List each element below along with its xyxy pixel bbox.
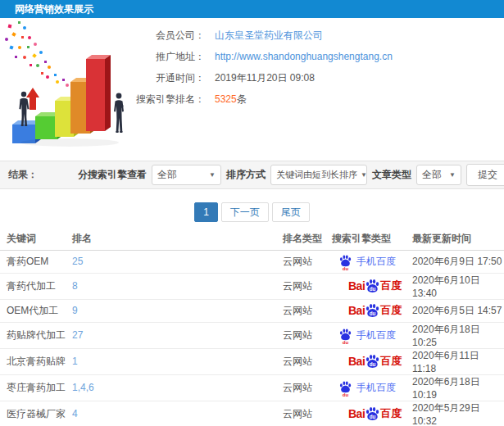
- rank-type-text: 云网站: [283, 256, 312, 267]
- baidu-logo-bai: Bai: [348, 304, 365, 317]
- info-row: 搜索引擎排名： 5325条: [133, 88, 504, 110]
- updated-cell: 2020年6月18日 10:25: [406, 322, 504, 348]
- info-value-link[interactable]: http://www.shandonghuangshengtang.cn: [215, 51, 393, 62]
- column-header: 排名类型: [276, 232, 325, 250]
- baidu-logo: Bai du 百度: [348, 279, 402, 293]
- sort-filter-label: 排序方式: [226, 168, 266, 182]
- engine-select-value: 全部: [157, 168, 177, 182]
- svg-text:du: du: [370, 361, 376, 367]
- chevron-down-icon: ▼: [357, 171, 367, 179]
- keyword-rank-table: 关键词排名排名类型搜索引擎类型最新更新时间 膏药OEM 25 云网站: [0, 232, 504, 426]
- info-label: 会员公司：: [133, 29, 205, 43]
- keyword-text: 膏药代加工: [7, 280, 56, 292]
- baidu-du-mark: du: [343, 266, 348, 271]
- baidu-paw-icon: du: [365, 406, 380, 421]
- column-header: 搜索引擎类型: [325, 232, 406, 250]
- updated-text: 2020年6月11日 11:18: [412, 350, 479, 374]
- table-body: 膏药OEM 25 云网站: [0, 250, 504, 426]
- rank-type-cell: 云网站: [276, 401, 325, 426]
- baidu-paw-icon: du: [365, 279, 380, 293]
- engine-cell: du Bai: [325, 348, 406, 374]
- rank-link[interactable]: 8: [72, 280, 78, 292]
- article-type-label: 文章类型: [372, 168, 411, 182]
- rank-cell: 8: [66, 273, 276, 299]
- page-1-button[interactable]: 1: [194, 202, 218, 222]
- updated-text: 2020年6月18日 10:25: [412, 324, 480, 348]
- keyword-text: 医疗器械厂家: [7, 408, 66, 419]
- rank-cell: 1: [66, 348, 276, 374]
- sort-select-value: 关键词由短到长排序: [276, 169, 357, 181]
- rank-link[interactable]: 25: [72, 256, 83, 267]
- baidu-logo-bai: Bai: [348, 407, 365, 420]
- table-row: 膏药代加工 8 云网站: [0, 273, 504, 299]
- rank-count-suffix: 条: [237, 93, 247, 105]
- rank-link[interactable]: 9: [72, 305, 78, 316]
- chevron-down-icon: ▼: [206, 171, 216, 179]
- bar-red: [86, 55, 111, 131]
- submit-button[interactable]: 提交: [466, 164, 504, 186]
- rank-link[interactable]: 27: [72, 329, 83, 341]
- column-header: 最新更新时间: [406, 232, 504, 250]
- engine-cell: du Bai: [325, 273, 406, 299]
- last-page-button[interactable]: 尾页: [272, 202, 310, 222]
- chevron-down-icon: ▼: [446, 171, 456, 179]
- mobile-baidu-badge: du 手机百度: [338, 255, 396, 269]
- baidu-logo-bai: Bai: [348, 355, 365, 368]
- rank-link[interactable]: 4: [72, 408, 78, 419]
- engine-cell: du 手机百度 Bai: [325, 250, 406, 273]
- article-type-select[interactable]: 全部 ▼: [416, 165, 461, 185]
- sort-select[interactable]: 关键词由短到长排序 ▼: [270, 165, 367, 185]
- baidu-logo: Bai du 百度: [348, 406, 402, 421]
- window-titlebar: 网络营销效果展示: [0, 0, 504, 18]
- updated-cell: 2020年6月9日 17:50: [406, 250, 504, 273]
- keyword-cell: OEM代加工: [0, 299, 66, 322]
- table-row: 医疗器械厂家 4 云网站: [0, 401, 504, 426]
- keyword-cell: 枣庄膏药加工: [0, 374, 66, 401]
- rank-link[interactable]: 1: [72, 356, 78, 367]
- engine-select[interactable]: 全部 ▼: [152, 165, 221, 185]
- engine-cell: du Bai: [325, 401, 406, 426]
- baidu-logo-cn: 百度: [380, 303, 402, 318]
- updated-text: 2020年6月5日 14:57: [412, 305, 502, 316]
- mobile-baidu-badge: du 手机百度: [338, 381, 396, 395]
- table-header-row: 关键词排名排名类型搜索引擎类型最新更新时间: [0, 232, 504, 250]
- mobile-baidu-label: 手机百度: [356, 381, 396, 395]
- baidu-paw-icon: du: [365, 354, 380, 369]
- keyword-cell: 膏药OEM: [0, 250, 66, 273]
- confetti-dots: [5, 21, 69, 87]
- rank-link[interactable]: 1,4,6: [72, 382, 94, 393]
- engine-cell: du Bai: [325, 299, 406, 322]
- svg-text:du: du: [370, 286, 376, 292]
- next-page-button[interactable]: 下一页: [221, 202, 269, 222]
- baidu-paw-icon: du: [338, 381, 352, 395]
- rank-cell: 9: [66, 299, 276, 322]
- rank-type-text: 云网站: [283, 280, 312, 292]
- engine-cell: du 手机百度 Bai: [325, 322, 406, 348]
- keyword-cell: 膏药代加工: [0, 273, 66, 299]
- rank-type-cell: 云网站: [276, 348, 325, 374]
- rank-type-cell: 云网站: [276, 250, 325, 273]
- company-info-list: 会员公司： 山东皇圣堂药业有限公司 推广地址： http://www.shand…: [133, 18, 504, 157]
- keyword-text: 枣庄膏药加工: [7, 382, 66, 393]
- keyword-cell: 医疗器械厂家: [0, 401, 66, 426]
- rank-type-cell: 云网站: [276, 273, 325, 299]
- info-value-link[interactable]: 山东皇圣堂药业有限公司: [215, 29, 323, 43]
- table-row: 枣庄膏药加工 1,4,6 云网站: [0, 374, 504, 401]
- baidu-logo-cn: 百度: [380, 354, 402, 369]
- rank-type-text: 云网站: [283, 329, 312, 341]
- info-value: 2019年11月20日 09:08: [215, 71, 315, 85]
- updated-text: 2020年6月9日 17:50: [412, 256, 502, 267]
- updated-text: 2020年6月10日 13:40: [412, 274, 480, 299]
- baidu-logo: Bai du 百度: [348, 303, 402, 318]
- info-label: 开通时间：: [133, 71, 205, 85]
- rank-type-text: 云网站: [283, 382, 312, 393]
- pagination: 1 下一页 尾页: [0, 202, 504, 222]
- svg-text:du: du: [370, 414, 376, 419]
- updated-text: 2020年6月18日 10:19: [412, 376, 480, 401]
- rank-count: 5325: [215, 93, 237, 105]
- keyword-text: 北京膏药贴牌: [7, 356, 66, 367]
- updated-cell: 2020年5月29日 10:32: [406, 401, 504, 426]
- mobile-baidu-label: 手机百度: [356, 255, 396, 269]
- updated-text: 2020年5月29日 10:32: [412, 402, 480, 426]
- rank-cell: 4: [66, 401, 276, 426]
